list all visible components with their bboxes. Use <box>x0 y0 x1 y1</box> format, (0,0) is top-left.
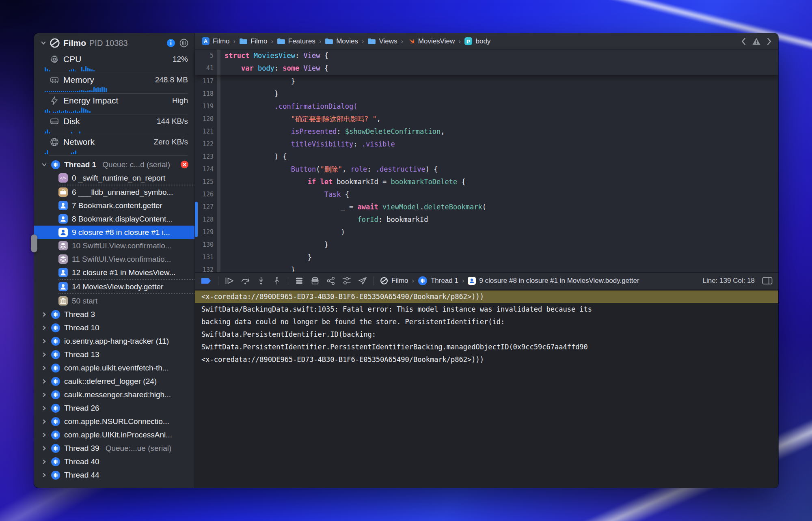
code-line-132[interactable]: 132 } <box>195 264 778 272</box>
debug-view-stack-icon[interactable] <box>310 276 320 285</box>
info-icon[interactable] <box>166 38 176 48</box>
line-number[interactable]: 121 <box>195 125 217 138</box>
code-line-124[interactable]: 124 Button("删除", role: .destructive) { <box>195 163 778 176</box>
code-line-129[interactable]: 129 ) <box>195 226 778 239</box>
line-number[interactable]: 120 <box>195 113 217 125</box>
stack-frame-row-6[interactable]: 6 ___lldb_unnamed_symbo... <box>34 185 194 199</box>
sidebar-item-thread[interactable]: caulk.messenger.shared:high... <box>34 388 194 401</box>
stack-frame-row-12[interactable]: 12 closure #1 in MoviesView... <box>34 266 194 279</box>
code-line-120[interactable]: 120 "确定要删除这部电影吗? ", <box>195 113 778 125</box>
code-line-128[interactable]: 128 forId: bookmarkId <box>195 213 778 226</box>
breadcrumb-item-movies[interactable]: Movies <box>325 37 358 45</box>
line-number[interactable]: 126 <box>195 188 217 201</box>
window-edge-handle[interactable] <box>31 235 37 252</box>
code-line-126[interactable]: 126 Task { <box>195 188 778 201</box>
sidebar-item-thread[interactable]: com.apple.UIKit.inProcessAni... <box>34 428 194 441</box>
line-number[interactable]: 132 <box>195 264 217 272</box>
code-line-119[interactable]: 119 .confirmationDialog( <box>195 100 778 113</box>
debug-path-frame[interactable]: 9 closure #8 in closure #1 in MoviesView… <box>479 277 639 285</box>
stack-frame-row-8[interactable]: 8 Bookmark.displayContent... <box>34 212 194 226</box>
fold-ribbon[interactable] <box>217 100 220 113</box>
code-line-125[interactable]: 125 if let bookmarkId = bookmarkToDelete… <box>195 176 778 188</box>
code-line-121[interactable]: 121 isPresented: $showDeleteConfirmation… <box>195 125 778 138</box>
line-number[interactable]: 124 <box>195 163 217 176</box>
line-number[interactable]: 41 <box>195 62 217 75</box>
fold-ribbon[interactable] <box>217 251 220 264</box>
stack-frame-row-7[interactable]: 7 Bookmark.content.getter <box>34 199 194 212</box>
stack-frame-icon[interactable] <box>468 277 476 285</box>
sidebar-item-thread[interactable]: Thread 13 <box>34 348 194 361</box>
process-row[interactable]: Filmo PID 10383 <box>34 33 194 53</box>
chevron-down-icon[interactable] <box>41 40 46 46</box>
code-line-5[interactable]: 5struct MoviesView: View { <box>195 50 778 62</box>
process-icon[interactable] <box>380 277 388 285</box>
fold-ribbon[interactable] <box>217 88 220 100</box>
stack-frame-row-9[interactable]: 9 closure #8 in closure #1 i... <box>34 226 194 239</box>
sidebar-item-thread[interactable]: Thread 44 <box>34 468 194 482</box>
fold-ribbon[interactable] <box>217 188 220 201</box>
sidebar-item-thread-1[interactable]: Thread 1Queue: c...d (serial) <box>34 158 194 171</box>
sidebar-item-thread[interactable]: Thread 40 <box>34 455 194 468</box>
gauge-row-cpu[interactable]: CPU12% <box>34 53 194 73</box>
line-number[interactable]: 130 <box>195 239 217 251</box>
code-line-131[interactable]: 131 } <box>195 251 778 264</box>
gauge-row-disk[interactable]: Disk144 KB/s <box>34 115 194 136</box>
view-hierarchy-icon[interactable] <box>294 276 304 285</box>
code-line-123[interactable]: 123 ) { <box>195 151 778 163</box>
line-number[interactable]: 125 <box>195 176 217 188</box>
code-line-127[interactable]: 127 _ = await viewModel.deleteBookmark( <box>195 201 778 213</box>
console-selected-line[interactable]: <x-coredata://890DE965-ED73-4B30-B1F6-E0… <box>195 291 778 303</box>
line-number[interactable]: 131 <box>195 251 217 264</box>
step-into-icon[interactable] <box>256 276 266 285</box>
sidebar-item-thread[interactable]: Thread 3 <box>34 308 194 321</box>
fold-ribbon[interactable] <box>217 201 220 213</box>
breadcrumb-item-features[interactable]: Features <box>277 37 315 45</box>
fold-ribbon[interactable] <box>217 62 220 75</box>
sidebar-item-thread[interactable]: Thread 10 <box>34 321 194 334</box>
fold-ribbon[interactable] <box>217 239 220 251</box>
sidebar-item-thread[interactable]: com.apple.NSURLConnectio... <box>34 415 194 428</box>
breadcrumb-item-filmo[interactable]: Filmo <box>239 37 268 45</box>
gauge-selector-icon[interactable] <box>179 38 189 48</box>
back-icon[interactable] <box>741 37 746 45</box>
forward-icon[interactable] <box>767 37 772 45</box>
memory-graph-icon[interactable] <box>326 276 336 285</box>
fold-ribbon[interactable] <box>217 226 220 239</box>
fold-ribbon[interactable] <box>217 151 220 163</box>
fold-ribbon[interactable] <box>217 264 220 272</box>
code-line-122[interactable]: 122 titleVisibility: .visible <box>195 138 778 151</box>
stack-frame-row-11[interactable]: 11 SwiftUI.View.confirmatio... <box>34 252 194 266</box>
line-number[interactable]: 122 <box>195 138 217 151</box>
breadcrumb-item-moviesview[interactable]: MoviesView <box>407 37 455 45</box>
sidebar-item-thread[interactable]: Thread 26 <box>34 401 194 415</box>
fold-ribbon[interactable] <box>217 176 220 188</box>
step-over-icon[interactable] <box>240 276 250 285</box>
gauge-row-memory[interactable]: Memory248.8 MB <box>34 73 194 94</box>
fold-ribbon[interactable] <box>217 138 220 151</box>
breadcrumb-item-views[interactable]: Views <box>367 37 397 45</box>
warning-icon[interactable] <box>752 37 761 45</box>
sidebar-item-thread[interactable]: com.apple.uikit.eventfetch-th... <box>34 361 194 375</box>
line-number[interactable]: 129 <box>195 226 217 239</box>
sidebar-item-thread[interactable]: caulk::deferred_logger (24) <box>34 375 194 388</box>
simulate-location-icon[interactable] <box>358 276 367 285</box>
line-number[interactable]: 123 <box>195 151 217 163</box>
stack-frame-row-0[interactable]: </>0 _swift_runtime_on_report <box>34 171 194 185</box>
fold-ribbon[interactable] <box>217 213 220 226</box>
fold-ribbon[interactable] <box>217 163 220 176</box>
code-line-130[interactable]: 130 } <box>195 239 778 251</box>
line-number[interactable]: 119 <box>195 100 217 113</box>
stack-frame-row-10[interactable]: 10 SwiftUI.View.confirmatio... <box>34 239 194 252</box>
code-line-118[interactable]: 118 } <box>195 88 778 100</box>
fold-ribbon[interactable] <box>217 75 220 88</box>
breadcrumb-item-filmo[interactable]: AFilmo <box>201 37 230 45</box>
fold-ribbon[interactable] <box>217 125 220 138</box>
line-number[interactable]: 117 <box>195 75 217 88</box>
code-line-41[interactable]: 41 var body: some View { <box>195 62 778 75</box>
sidebar-item-thread[interactable]: io.sentry.app-hang-tracker (11) <box>34 334 194 348</box>
debug-console[interactable]: <x-coredata://890DE965-ED73-4B30-B1F6-E0… <box>195 289 778 488</box>
fold-ribbon[interactable] <box>217 113 220 125</box>
line-number[interactable]: 5 <box>195 50 217 62</box>
stack-frame-row-50[interactable]: 50 start <box>34 294 194 308</box>
gauge-row-energy[interactable]: Energy ImpactHigh <box>34 94 194 115</box>
